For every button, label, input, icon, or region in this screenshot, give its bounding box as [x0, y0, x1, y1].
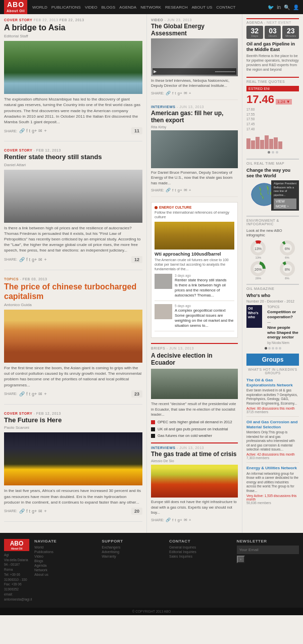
share-link-icon[interactable]: 🔗	[166, 91, 171, 95]
share-link-icon[interactable]: 🔗	[166, 188, 171, 192]
mag-topic-1[interactable]: Competition or cooperation?	[267, 310, 299, 319]
map-title[interactable]: Change the way you see the World	[246, 168, 299, 179]
linkedin-icon[interactable]: in	[277, 5, 281, 10]
dot-2[interactable]	[272, 151, 274, 154]
share-fb-icon[interactable]: f	[172, 518, 173, 522]
site-logo[interactable]: ABO About Oil	[4, 0, 27, 14]
footer-link-editorial[interactable]: Editorial Inquiries	[169, 550, 232, 554]
share-tw-icon[interactable]: t	[175, 91, 176, 95]
footer-link-sales[interactable]: Sales Inquiries	[169, 555, 232, 558]
footer-link-exchangers[interactable]: Exchangers	[102, 546, 165, 549]
article-title[interactable]: Rentier state theory still stands	[4, 153, 142, 161]
share-gplus-icon[interactable]: g+	[178, 91, 182, 95]
briefs-title[interactable]: A decisive election in Ecuador	[151, 352, 238, 366]
share-tw-icon[interactable]: t	[29, 391, 31, 397]
newsletter-email-input[interactable]	[237, 546, 299, 554]
nav-blogs[interactable]: BLOGS	[102, 5, 116, 10]
search-icon[interactable]: 🔍	[284, 5, 290, 10]
share-gplus-icon[interactable]: g+	[32, 257, 37, 262]
share-more-icon[interactable]: +	[44, 128, 46, 133]
dot-1[interactable]	[268, 151, 270, 154]
share-tw-icon[interactable]: t	[29, 509, 31, 514]
share-gplus-icon[interactable]: g+	[178, 518, 182, 522]
share-tw-icon[interactable]: t	[29, 257, 31, 262]
newsletter-submit-button[interactable]: ›	[237, 556, 245, 563]
nav-research[interactable]: RESEARCH	[165, 5, 187, 10]
nav-about[interactable]: ABOUT US	[192, 5, 213, 10]
footer-link-blogs[interactable]: Blogs	[34, 559, 97, 563]
pag-dot-5[interactable]	[279, 347, 281, 350]
interview-title[interactable]: American gas: fill her up, then export	[151, 110, 238, 124]
share-more-icon[interactable]: +	[44, 257, 46, 262]
nav-world[interactable]: WORLD	[32, 5, 47, 10]
share-more-icon[interactable]: +	[189, 518, 191, 522]
pag-dot-4[interactable]	[275, 347, 278, 350]
share-gplus-icon[interactable]: g+	[32, 128, 37, 133]
footer-link-advertising[interactable]: Advertising	[102, 550, 165, 554]
share-email-icon[interactable]: ✉	[38, 391, 42, 397]
share-email-icon[interactable]: ✉	[38, 257, 42, 262]
video-title[interactable]: The Global Energy Assessment	[151, 23, 238, 37]
gas-title[interactable]: The gas trade at time of crisis	[151, 451, 238, 458]
pag-dot-2[interactable]	[268, 347, 271, 350]
share-tw-icon[interactable]: t	[175, 518, 176, 522]
share-email-icon[interactable]: ✉	[38, 128, 42, 133]
share-fb-icon[interactable]: f	[26, 391, 28, 397]
article-title[interactable]: The price of chinese turbocharged capita…	[4, 282, 142, 301]
pag-dot-3[interactable]	[272, 347, 274, 350]
twitter-icon[interactable]: 🐦	[268, 5, 274, 10]
user-icon[interactable]: 👤	[293, 5, 299, 10]
view-more-button[interactable]: VIEW MORE ›	[274, 199, 296, 210]
share-email-icon[interactable]: ✉	[184, 518, 187, 522]
group-name-1[interactable]: The Oil & Gas Explorationists Network	[246, 378, 299, 387]
footer-link-publications[interactable]: Publications	[34, 550, 97, 554]
footer-link-agenda[interactable]: Agenda	[34, 564, 97, 567]
nav-publications[interactable]: PUBLICATIONS	[52, 5, 81, 10]
share-link-icon[interactable]: 🔗	[166, 518, 171, 522]
mag-topic-2[interactable]: Nine people who Shaped the energy sector	[267, 325, 299, 340]
footer-link-about[interactable]: About us	[34, 573, 97, 576]
share-link-icon[interactable]: 🔗	[19, 391, 25, 397]
recent-title-1[interactable]: Rentier state theory still stands	[175, 278, 234, 283]
share-fb-icon[interactable]: f	[26, 509, 28, 514]
nav-video[interactable]: VIDEO	[85, 5, 97, 10]
groups-button[interactable]: Groups	[246, 354, 299, 366]
share-fb-icon[interactable]: f	[26, 128, 28, 133]
share-link-icon[interactable]: 🔗	[19, 509, 25, 514]
share-link-icon[interactable]: 🔗	[19, 128, 25, 133]
share-gplus-icon[interactable]: g+	[32, 391, 37, 397]
share-email-icon[interactable]: ✉	[38, 509, 42, 514]
energy-sub-title[interactable]: Wti approaching 100usd/barrel	[155, 252, 234, 257]
magazine-title[interactable]: Who's who	[246, 293, 299, 299]
share-tw-icon[interactable]: t	[175, 188, 176, 192]
footer-link-warranty[interactable]: Warranty	[102, 555, 165, 558]
share-fb-icon[interactable]: f	[172, 188, 173, 192]
nav-contact[interactable]: CONTACT	[216, 5, 235, 10]
share-link-icon[interactable]: 🔗	[19, 257, 25, 262]
share-more-icon[interactable]: +	[189, 188, 191, 192]
group-name-2[interactable]: Oil and Gas Corrosion and Material Selec…	[246, 420, 299, 429]
dot-3[interactable]	[276, 151, 278, 154]
share-gplus-icon[interactable]: g+	[32, 509, 37, 514]
share-email-icon[interactable]: ✉	[184, 188, 187, 192]
share-more-icon[interactable]: +	[189, 91, 191, 95]
share-gplus-icon[interactable]: g+	[178, 188, 182, 192]
group-name-3[interactable]: Energy & Utilities Network	[246, 466, 299, 471]
footer-link-world[interactable]: World	[34, 546, 97, 549]
share-tw-icon[interactable]: t	[29, 128, 31, 133]
share-fb-icon[interactable]: f	[26, 257, 28, 262]
article-title[interactable]: The Future is Here	[4, 416, 142, 424]
share-email-icon[interactable]: ✉	[184, 91, 187, 95]
recent-title-2[interactable]: A complex geopolitical context	[175, 308, 234, 313]
share-more-icon[interactable]: +	[44, 509, 46, 514]
share-more-icon[interactable]: +	[44, 391, 46, 397]
share-fb-icon[interactable]: f	[172, 91, 173, 95]
pag-dot-1[interactable]	[265, 347, 267, 350]
footer-link-video[interactable]: Video	[34, 555, 97, 558]
agenda-event-title[interactable]: Oil and gas Pipeline in the Middle East	[246, 41, 299, 53]
nav-agenda[interactable]: AGENDA	[119, 5, 136, 10]
video-play-icon[interactable]: ▶	[154, 69, 157, 74]
nav-network[interactable]: NETWORK	[140, 5, 161, 10]
footer-link-general[interactable]: General Inquiries	[169, 546, 232, 549]
footer-link-network[interactable]: Network	[34, 568, 97, 572]
